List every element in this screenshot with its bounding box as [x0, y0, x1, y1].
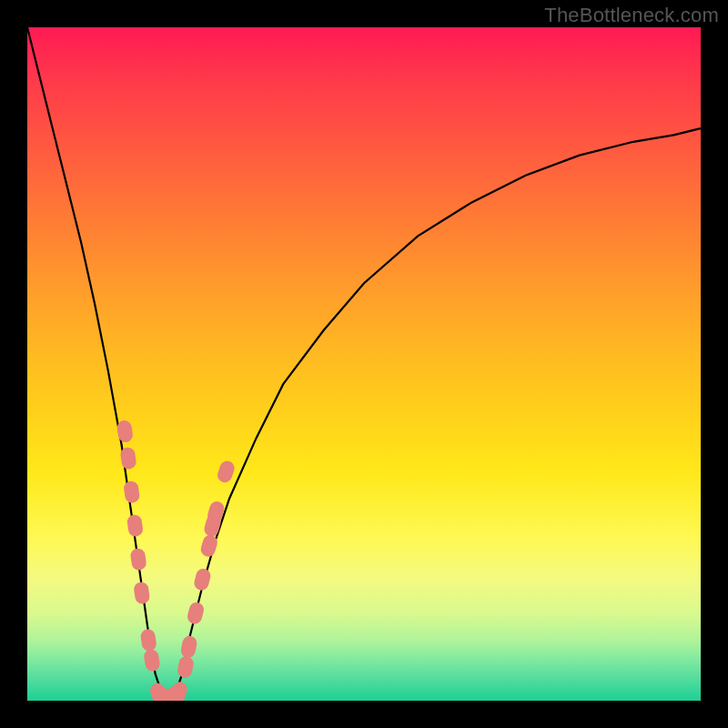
svg-rect-19	[216, 459, 237, 484]
marker	[216, 459, 237, 484]
marker	[179, 634, 197, 659]
plot-area	[27, 27, 701, 701]
marker	[143, 648, 161, 672]
svg-rect-6	[140, 628, 157, 652]
svg-rect-12	[177, 655, 195, 680]
watermark-text: TheBottleneck.com	[544, 4, 719, 27]
marker	[133, 581, 150, 605]
bottleneck-curve	[27, 27, 701, 701]
svg-rect-13	[179, 634, 197, 659]
curve-layer	[27, 27, 701, 701]
curve-markers	[116, 420, 237, 701]
svg-rect-2	[123, 480, 140, 504]
marker	[193, 567, 212, 592]
marker	[116, 420, 134, 443]
marker	[186, 601, 205, 625]
svg-rect-7	[143, 648, 161, 672]
svg-rect-0	[116, 420, 134, 443]
marker	[126, 514, 144, 538]
marker	[177, 655, 195, 680]
marker	[140, 628, 157, 652]
svg-rect-15	[193, 567, 212, 592]
marker	[129, 548, 147, 571]
svg-rect-3	[126, 514, 144, 538]
marker	[123, 480, 140, 504]
chart-frame: TheBottleneck.com	[0, 0, 728, 728]
svg-rect-4	[129, 548, 147, 571]
svg-rect-5	[133, 581, 150, 605]
svg-rect-14	[186, 601, 205, 625]
curve-path	[27, 27, 701, 701]
